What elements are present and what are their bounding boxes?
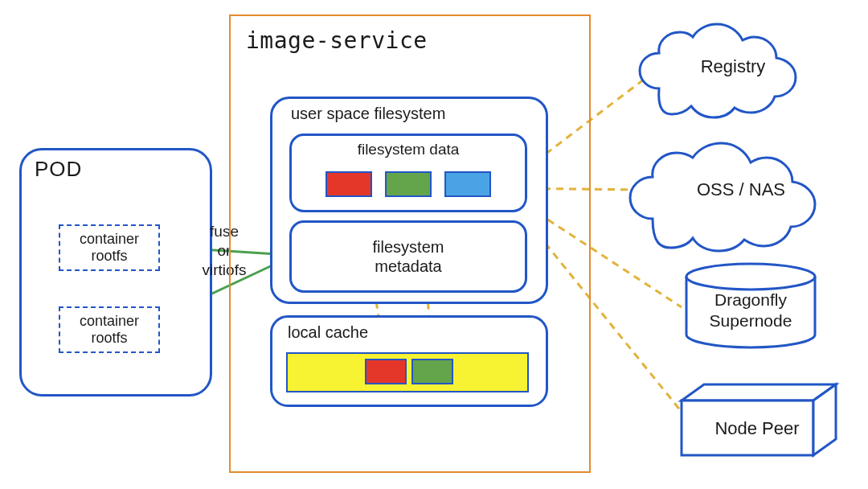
filesystem-data-blocks [292, 171, 525, 197]
fsdata-block-blue [444, 171, 491, 197]
backend-registry: Registry [640, 24, 826, 109]
diagram-stage: POD containerrootfs containerrootfs fuse… [0, 0, 868, 489]
cache-block-green [411, 359, 453, 384]
backend-oss-nas: OSS / NAS [635, 138, 847, 241]
backend-registry-label: Registry [701, 56, 766, 77]
filesystem-data-title: filesystem data [292, 141, 525, 158]
filesystem-data-panel: filesystem data [289, 134, 527, 212]
pod-title: POD [35, 157, 82, 182]
container-rootfs-2: containerrootfs [59, 306, 160, 353]
fsdata-block-red [326, 171, 372, 197]
pod-panel: POD containerrootfs containerrootfs [19, 148, 212, 397]
cache-block-red [365, 359, 407, 384]
local-cache-bar [286, 352, 529, 392]
fsdata-block-green [385, 171, 432, 197]
filesystem-metadata-panel: filesystemmetadata [289, 220, 527, 293]
backend-oss-nas-label: OSS / NAS [697, 179, 785, 200]
local-cache-title: local cache [288, 323, 368, 342]
user-space-filesystem-title: user space filesystem [291, 105, 445, 123]
backend-dragonfly-label: DragonflySupernode [696, 290, 805, 332]
container-rootfs-1-label: containerrootfs [80, 231, 139, 264]
container-rootfs-1: containerrootfs [59, 224, 160, 271]
backend-node-peer-label: Node Peer [691, 418, 823, 439]
container-rootfs-2-label: containerrootfs [80, 313, 139, 346]
filesystem-metadata-title: filesystemmetadata [373, 237, 444, 276]
image-service-title: image-service [246, 27, 428, 54]
